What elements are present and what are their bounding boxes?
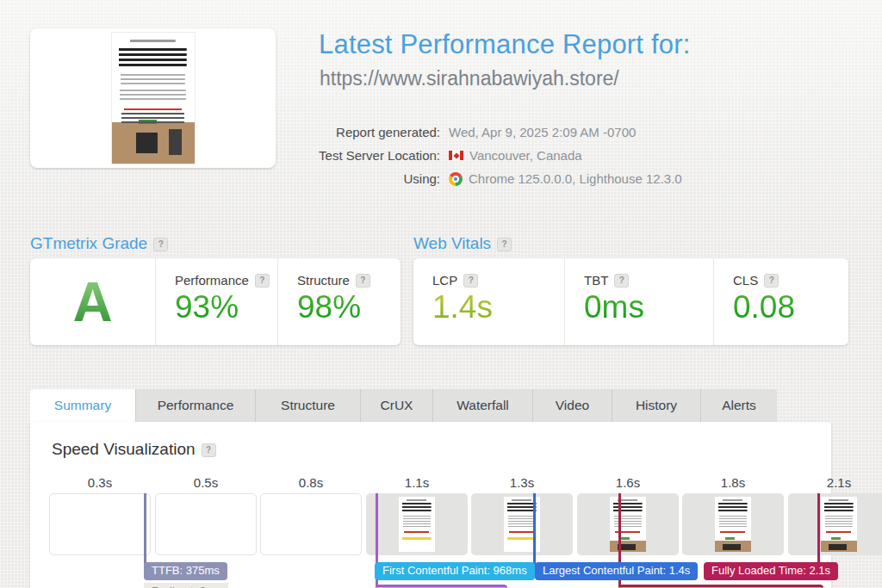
performance-label: Performance [175,273,249,288]
filmstrip-frame [49,493,151,555]
filmstrip-frame [788,493,882,555]
structure-help-icon[interactable]: ? [356,274,370,288]
report-generated-value: Wed, Apr 9, 2025 2:09 AM -0700 [449,125,636,139]
grade-card: A Performance? 93% Structure? 98% [30,258,401,345]
report-tabs: Summary Performance Structure CrUX Water… [30,389,777,422]
timeline-label: 0.5s [155,475,257,490]
structure-metric: Structure? 98% [277,258,401,345]
timeline-label: 1.1s [366,475,468,490]
server-location-label: Test Server Location: [319,148,440,163]
cls-label: CLS [733,273,758,288]
ttfb-badge: TTFB: 375ms [144,562,227,580]
gtmetrix-report-page: Latest Performance Report for: https://w… [0,0,882,588]
dom-loaded-badge-clipped [376,585,507,588]
summary-panel: Speed Visualization? 0.3s 0.5s 0.8s 1.1s… [30,422,831,588]
chrome-icon [449,172,463,186]
grade-letter-cell: A [30,258,155,345]
browser-value: Chrome 125.0.0.0, Lighthouse 12.3.0 [469,171,682,186]
tbt-value: 0ms [584,291,713,325]
grade-help-icon[interactable]: ? [153,238,168,251]
redirect-badge: Redirect: 0ms [144,583,228,588]
timeline-label: 1.6s [577,475,679,490]
frame-screenshot [715,497,751,552]
tab-crux[interactable]: CrUX [361,389,433,422]
frame-screenshot [821,497,857,552]
filmstrip-frame [471,493,573,555]
report-generated-row: Report generated: Wed, Apr 9, 2025 2:09 … [319,121,682,144]
performance-help-icon[interactable]: ? [255,274,270,288]
canada-flag-icon [449,151,463,160]
timeline-label: 0.8s [260,475,362,490]
server-location-row: Test Server Location: Vancouver, Canada [319,144,682,167]
filmstrip-frame [577,493,679,555]
fully-loaded-marker-line [817,493,820,565]
speed-visualization-title: Speed Visualization? [52,440,216,459]
grade-section-title: GTmetrix Grade? [30,234,168,253]
performance-metric: Performance? 93% [155,258,277,345]
cls-help-icon[interactable]: ? [764,274,779,288]
tab-history[interactable]: History [612,389,701,422]
tab-summary[interactable]: Summary [30,389,136,422]
browser-row: Using: Chrome 125.0.0.0, Lighthouse 12.3… [319,167,682,190]
page-screenshot-card [30,28,276,168]
tab-structure[interactable]: Structure [256,389,361,422]
fully-loaded-badge: Fully Loaded Time: 2.1s [704,562,838,580]
server-location-value: Vancouver, Canada [469,148,582,163]
cls-value: 0.08 [733,291,848,325]
lcp-badge: Largest Contentful Paint: 1.4s [535,562,698,580]
filmstrip-frame [260,493,362,555]
timeline-label: 1.3s [471,475,573,490]
filmstrip-frame [682,493,784,555]
vitals-card: LCP? 1.4s TBT? 0ms CLS? 0.08 [413,258,848,345]
performance-value: 93% [175,291,277,325]
report-url-link[interactable]: https://www.sirahnabawiyah.store/ [320,67,619,90]
tbt-label: TBT [584,273,608,288]
grade-letter: A [72,275,112,330]
filmstrip-frame [366,493,468,555]
timeline-label: 2.1s [788,475,882,490]
lcp-marker-line [533,493,536,565]
tbt-help-icon[interactable]: ? [614,274,629,288]
tab-performance[interactable]: Performance [136,389,256,422]
tbt-metric: TBT? 0ms [564,258,713,345]
tab-alerts[interactable]: Alerts [701,389,777,422]
ttfb-marker-line [144,493,146,565]
timeline-label: 0.3s [49,475,151,490]
vitals-section-title: Web Vitals? [413,234,512,253]
frame-screenshot [399,497,435,552]
structure-label: Structure [297,273,350,288]
fcp-badge: First Contentful Paint: 968ms [375,562,535,580]
lcp-help-icon[interactable]: ? [463,274,478,288]
report-meta: Report generated: Wed, Apr 9, 2025 2:09 … [319,121,682,190]
report-generated-label: Report generated: [319,125,440,139]
lcp-label: LCP [432,273,457,288]
browser-label: Using: [319,171,440,186]
onload-badge-clipped [618,585,823,588]
tab-video[interactable]: Video [533,389,612,422]
page-screenshot-thumbnail [112,33,195,164]
frame-screenshot [610,497,646,552]
tab-waterfall[interactable]: Waterfall [433,389,533,422]
lcp-metric: LCP? 1.4s [413,258,564,345]
speed-viz-help-icon[interactable]: ? [202,443,216,457]
cls-metric: CLS? 0.08 [713,258,848,345]
structure-value: 98% [297,291,401,325]
lcp-value: 1.4s [432,291,564,325]
timeline-label: 1.8s [682,475,784,490]
vitals-help-icon[interactable]: ? [497,238,512,251]
page-title: Latest Performance Report for: [319,29,691,60]
filmstrip-frame [155,493,257,555]
